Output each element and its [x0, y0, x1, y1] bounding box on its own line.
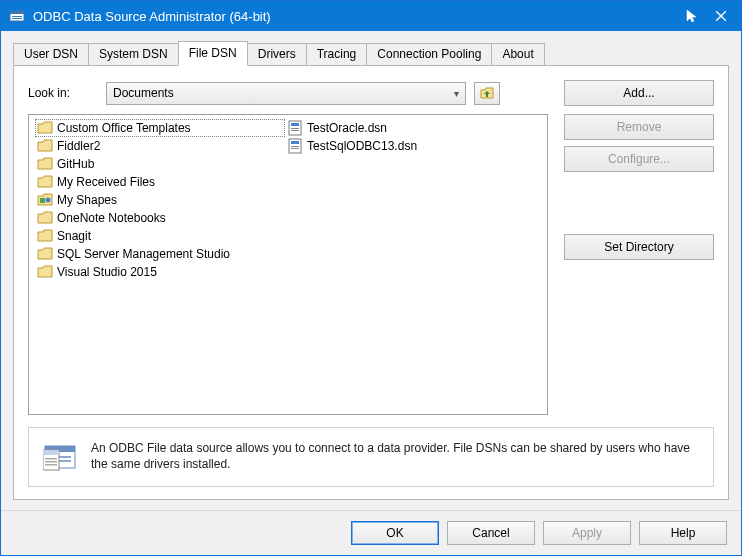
client-area: User DSN System DSN File DSN Drivers Tra… — [1, 31, 741, 510]
tab-about[interactable]: About — [491, 43, 544, 65]
list-item[interactable]: SQL Server Management Studio — [35, 245, 285, 263]
folder-icon — [37, 120, 53, 136]
item-label: GitHub — [57, 157, 94, 171]
set-directory-button[interactable]: Set Directory — [564, 234, 714, 260]
list-item[interactable]: TestOracle.dsn — [285, 119, 535, 137]
lookin-row: Look in: Documents ▾ Add... — [28, 80, 714, 106]
lookin-value: Documents — [113, 86, 174, 100]
svg-rect-14 — [291, 146, 299, 147]
tab-drivers[interactable]: Drivers — [247, 43, 307, 65]
folder-icon — [37, 228, 53, 244]
folder-icon — [37, 138, 53, 154]
apply-button[interactable]: Apply — [543, 521, 631, 545]
list-item[interactable]: GitHub — [35, 155, 285, 173]
description-box: An ODBC File data source allows you to c… — [28, 427, 714, 487]
folder-icon — [37, 210, 53, 226]
svg-rect-22 — [45, 458, 57, 460]
item-label: SQL Server Management Studio — [57, 247, 230, 261]
spacer — [564, 178, 714, 228]
svg-rect-10 — [291, 128, 299, 129]
svg-rect-24 — [45, 464, 57, 466]
svg-rect-2 — [12, 16, 22, 17]
list-item[interactable]: Snagit — [35, 227, 285, 245]
titlebar: ODBC Data Source Administrator (64-bit) — [1, 1, 741, 31]
remove-button[interactable]: Remove — [564, 114, 714, 140]
folder-icon — [37, 246, 53, 262]
item-label: Visual Studio 2015 — [57, 265, 157, 279]
svg-rect-15 — [291, 148, 299, 149]
list-item[interactable]: TestSqlODBC13.dsn — [285, 137, 535, 155]
svg-point-7 — [46, 198, 51, 203]
item-label: Custom Office Templates — [57, 121, 191, 135]
description-text: An ODBC File data source allows you to c… — [91, 440, 699, 472]
item-label: Fiddler2 — [57, 139, 100, 153]
list-item[interactable]: My Received Files — [35, 173, 285, 191]
add-button[interactable]: Add... — [564, 80, 714, 106]
chevron-down-icon: ▾ — [454, 88, 459, 99]
cursor-icon — [685, 8, 701, 24]
folder-icon — [37, 174, 53, 190]
tab-tracing[interactable]: Tracing — [306, 43, 368, 65]
item-label: OneNote Notebooks — [57, 211, 166, 225]
cancel-button[interactable]: Cancel — [447, 521, 535, 545]
tab-strip: User DSN System DSN File DSN Drivers Tra… — [13, 41, 729, 65]
close-button[interactable] — [701, 1, 741, 31]
svg-rect-21 — [43, 450, 59, 455]
item-label: TestSqlODBC13.dsn — [307, 139, 417, 153]
help-button[interactable]: Help — [639, 521, 727, 545]
window: ODBC Data Source Administrator (64-bit) … — [0, 0, 742, 556]
file-column-2: TestOracle.dsn TestSqlODBC13.dsn — [285, 119, 535, 155]
app-icon — [9, 8, 25, 24]
tab-user-dsn[interactable]: User DSN — [13, 43, 89, 65]
svg-rect-13 — [291, 141, 299, 144]
list-item[interactable]: Visual Studio 2015 — [35, 263, 285, 281]
list-item[interactable]: My Shapes — [35, 191, 285, 209]
svg-rect-6 — [40, 198, 45, 203]
shapes-folder-icon — [37, 192, 53, 208]
side-button-column-top: Add... — [564, 80, 714, 106]
svg-rect-9 — [291, 123, 299, 126]
up-folder-button[interactable] — [474, 82, 500, 105]
svg-rect-3 — [12, 18, 22, 19]
svg-rect-1 — [10, 11, 24, 14]
lookin-combo[interactable]: Documents ▾ — [106, 82, 466, 105]
main-row: Custom Office Templates Fiddler2 GitHub — [28, 114, 714, 415]
folder-icon — [37, 156, 53, 172]
folder-icon — [37, 264, 53, 280]
odbc-icon — [43, 440, 77, 474]
side-button-column: Remove Configure... Set Directory — [564, 114, 714, 415]
dsn-file-icon — [287, 138, 303, 154]
item-label: My Shapes — [57, 193, 117, 207]
item-label: Snagit — [57, 229, 91, 243]
svg-rect-11 — [291, 130, 299, 131]
tab-system-dsn[interactable]: System DSN — [88, 43, 179, 65]
tab-panel: Look in: Documents ▾ Add... — [13, 65, 729, 500]
file-column-1: Custom Office Templates Fiddler2 GitHub — [35, 119, 285, 281]
ok-button[interactable]: OK — [351, 521, 439, 545]
lookin-label: Look in: — [28, 86, 98, 100]
item-label: TestOracle.dsn — [307, 121, 387, 135]
list-item[interactable]: Fiddler2 — [35, 137, 285, 155]
svg-rect-23 — [45, 461, 57, 463]
configure-button[interactable]: Configure... — [564, 146, 714, 172]
tab-connection-pooling[interactable]: Connection Pooling — [366, 43, 492, 65]
dsn-file-icon — [287, 120, 303, 136]
item-label: My Received Files — [57, 175, 155, 189]
list-item[interactable]: Custom Office Templates — [35, 119, 285, 137]
bottom-button-row: OK Cancel Apply Help — [1, 510, 741, 555]
list-item[interactable]: OneNote Notebooks — [35, 209, 285, 227]
tab-file-dsn[interactable]: File DSN — [178, 41, 248, 66]
file-list[interactable]: Custom Office Templates Fiddler2 GitHub — [28, 114, 548, 415]
window-title: ODBC Data Source Administrator (64-bit) — [33, 9, 681, 24]
